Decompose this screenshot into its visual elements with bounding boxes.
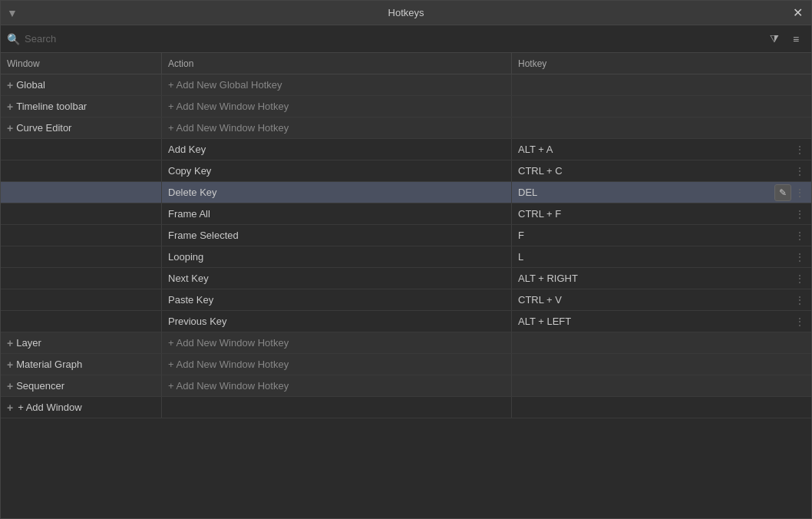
search-input[interactable]: [25, 33, 761, 45]
row-window: [1, 182, 162, 203]
row-options-icon[interactable]: ⋮: [794, 144, 805, 156]
section-curve-action[interactable]: + Add New Window Hotkey: [162, 117, 512, 138]
row-options-icon[interactable]: ⋮: [794, 251, 805, 263]
add-sequencer-hotkey-button[interactable]: + Add New Window Hotkey: [168, 380, 289, 392]
table-row[interactable]: Looping L ⋮: [1, 246, 811, 268]
row-options-icon[interactable]: ⋮: [794, 273, 805, 285]
row-window: [1, 225, 162, 246]
add-window-icon: +: [7, 402, 13, 414]
section-material-label: + Material Graph: [1, 354, 162, 375]
search-icon: 🔍: [7, 33, 20, 45]
section-curve-hotkey: [512, 117, 811, 138]
row-hotkey: ALT + A ⋮: [512, 139, 811, 160]
title-bar: ▼ Hotkeys ✕: [1, 1, 811, 25]
row-options-icon[interactable]: ⋮: [794, 230, 805, 242]
row-action: Previous Key: [162, 311, 512, 332]
row-action: Looping: [162, 246, 512, 267]
row-hotkey: L ⋮: [512, 246, 811, 267]
section-label: Curve Editor: [16, 122, 71, 134]
edit-hotkey-button[interactable]: ✎: [774, 184, 791, 201]
section-global-hotkey: [512, 74, 811, 95]
expand-icon: +: [7, 79, 13, 91]
add-window-row[interactable]: + + Add Window: [1, 397, 811, 418]
section-label: Sequencer: [16, 380, 64, 392]
row-options-icon[interactable]: ⋮: [794, 208, 805, 220]
title-bar-left: ▼: [7, 7, 18, 19]
add-window-action-spacer: [162, 397, 512, 418]
section-layer[interactable]: + Layer + Add New Window Hotkey: [1, 332, 811, 354]
search-bar: 🔍 ⧩ ≡: [1, 25, 811, 53]
table-row[interactable]: Next Key ALT + RIGHT ⋮: [1, 268, 811, 289]
table-body: + Global + Add New Global Hotkey + Timel…: [1, 74, 811, 518]
section-timeline-toolbar[interactable]: + Timeline toolbar + Add New Window Hotk…: [1, 96, 811, 117]
section-label: Timeline toolbar: [16, 101, 87, 112]
expand-icon: +: [7, 122, 13, 134]
row-window: [1, 160, 162, 181]
section-layer-action[interactable]: + Add New Window Hotkey: [162, 332, 512, 353]
expand-icon: +: [7, 380, 13, 392]
search-actions: ⧩ ≡: [765, 30, 805, 48]
row-window: [1, 246, 162, 267]
add-global-hotkey-button[interactable]: + Add New Global Hotkey: [168, 79, 282, 91]
table-header: Window Action Hotkey: [1, 53, 811, 74]
section-timeline-action[interactable]: + Add New Window Hotkey: [162, 96, 512, 117]
row-action: Delete Key: [162, 182, 512, 203]
row-window: [1, 139, 162, 160]
header-hotkey: Hotkey: [512, 53, 811, 74]
section-global-label: + Global: [1, 74, 162, 95]
title-bar-right: ✕: [790, 5, 805, 21]
row-options-icon[interactable]: ⋮: [794, 187, 805, 199]
row-hotkey: F ⋮: [512, 225, 811, 246]
table-row[interactable]: Add Key ALT + A ⋮: [1, 139, 811, 160]
section-timeline-label: + Timeline toolbar: [1, 96, 162, 117]
section-sequencer-label: + Sequencer: [1, 375, 162, 396]
section-timeline-hotkey: [512, 96, 811, 117]
row-hotkey: CTRL + V ⋮: [512, 289, 811, 310]
section-sequencer-hotkey: [512, 375, 811, 396]
header-action: Action: [162, 53, 512, 74]
section-material-graph[interactable]: + Material Graph + Add New Window Hotkey: [1, 354, 811, 375]
section-curve-editor[interactable]: + Curve Editor + Add New Window Hotkey: [1, 117, 811, 139]
section-global-action[interactable]: + Add New Global Hotkey: [162, 74, 512, 95]
table-row[interactable]: Paste Key CTRL + V ⋮: [1, 289, 811, 311]
row-window: [1, 268, 162, 289]
row-window: [1, 311, 162, 332]
table-row[interactable]: Previous Key ALT + LEFT ⋮: [1, 311, 811, 332]
add-material-hotkey-button[interactable]: + Add New Window Hotkey: [168, 359, 289, 370]
expand-icon: +: [7, 337, 13, 349]
section-curve-label: + Curve Editor: [1, 117, 162, 138]
row-options-icon[interactable]: ⋮: [794, 294, 805, 306]
add-window-cell[interactable]: + + Add Window: [1, 397, 162, 418]
table-row[interactable]: Copy Key CTRL + C ⋮: [1, 160, 811, 182]
row-options-icon[interactable]: ⋮: [794, 316, 805, 328]
header-window: Window: [1, 53, 162, 74]
section-global[interactable]: + Global + Add New Global Hotkey: [1, 74, 811, 96]
section-label: Layer: [16, 337, 41, 349]
hotkeys-window: ▼ Hotkeys ✕ 🔍 ⧩ ≡ Window Action Hotkey +…: [0, 0, 812, 519]
close-button[interactable]: ✕: [790, 5, 805, 21]
table-row[interactable]: Frame All CTRL + F ⋮: [1, 203, 811, 225]
row-hotkey: CTRL + F ⋮: [512, 203, 811, 224]
menu-button[interactable]: ≡: [787, 30, 805, 48]
section-layer-hotkey: [512, 332, 811, 353]
add-layer-hotkey-button[interactable]: + Add New Window Hotkey: [168, 337, 289, 349]
row-action: Frame Selected: [162, 225, 512, 246]
row-options-icon[interactable]: ⋮: [794, 165, 805, 177]
add-window-hotkey-spacer: [512, 397, 811, 418]
section-label: Global: [16, 79, 45, 91]
expand-icon: +: [7, 359, 13, 371]
row-hotkey: CTRL + C ⋮: [512, 160, 811, 181]
add-timeline-hotkey-button[interactable]: + Add New Window Hotkey: [168, 101, 289, 112]
filter-button[interactable]: ⧩: [765, 30, 784, 48]
section-label: Material Graph: [16, 359, 82, 370]
section-sequencer[interactable]: + Sequencer + Add New Window Hotkey: [1, 375, 811, 397]
add-curve-hotkey-button[interactable]: + Add New Window Hotkey: [168, 122, 289, 134]
row-action: Frame All: [162, 203, 512, 224]
section-material-action[interactable]: + Add New Window Hotkey: [162, 354, 512, 375]
table-row[interactable]: Frame Selected F ⋮: [1, 225, 811, 246]
row-hotkey: ALT + RIGHT ⋮: [512, 268, 811, 289]
table-row-selected[interactable]: Delete Key DEL ✎ ⋮: [1, 182, 811, 203]
dropdown-arrow-icon[interactable]: ▼: [7, 7, 18, 19]
section-sequencer-action[interactable]: + Add New Window Hotkey: [162, 375, 512, 396]
row-window: [1, 289, 162, 310]
